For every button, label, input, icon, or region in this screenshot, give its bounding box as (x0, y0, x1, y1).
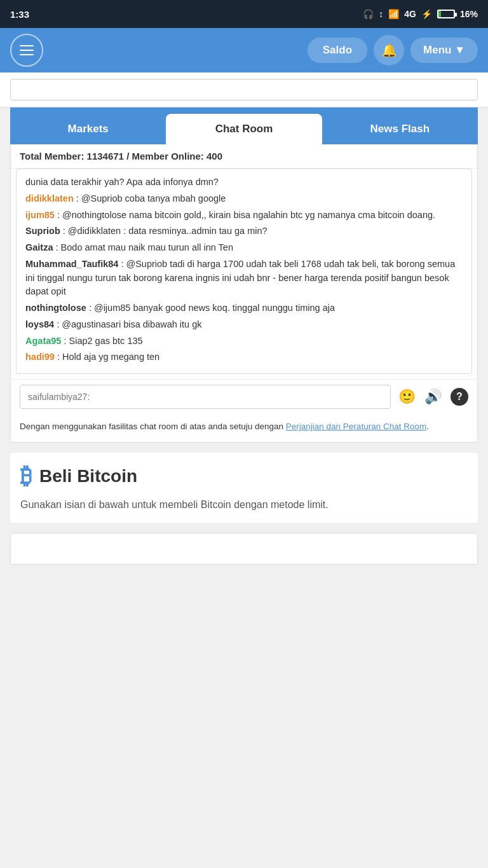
message-text: : Siap2 gas btc 135 (64, 336, 142, 346)
bars-icon: 📶 (388, 9, 399, 19)
speaker-icon[interactable]: 🔊 (424, 389, 442, 405)
message-text: : @nothingtolose nama bitcoin gold,, kir… (57, 210, 435, 220)
tab-chat-room[interactable]: Chat Room (166, 114, 322, 144)
beli-bitcoin-section: ₿ Beli Bitcoin Gunakan isian di bawah un… (10, 453, 478, 523)
list-item: nothingtolose : @ijum85 banyak good news… (25, 301, 463, 315)
network-label: 4G (404, 9, 416, 19)
message-text: : @ijum85 banyak good news koq. tinggal … (89, 303, 335, 313)
search-area (0, 72, 488, 107)
bell-icon: 🔔 (381, 43, 397, 58)
headphone-icon: 🎧 (363, 9, 374, 19)
chat-terms: Dengan menggunakan fasilitas chat room d… (11, 414, 477, 442)
username: nothingtolose (25, 303, 86, 313)
username: Muhammad_Taufik84 (25, 259, 118, 269)
bitcoin-icon: ₿ (20, 463, 32, 490)
emoji-icon[interactable]: 🙂 (398, 389, 416, 405)
help-icon[interactable]: ? (451, 388, 468, 406)
message-text: : @didikklaten : data resminya..admin ta… (63, 226, 268, 236)
hamburger-line (20, 50, 34, 51)
list-item: Gaitza : Bodo amat mau naik mau turun al… (25, 241, 463, 255)
hamburger-line (20, 45, 34, 46)
username: Gaitza (25, 242, 53, 252)
tab-markets[interactable]: Markets (10, 114, 166, 144)
chat-messages[interactable]: dunia data terakhir yah? Apa ada infonya… (16, 169, 472, 374)
notification-button[interactable]: 🔔 (374, 35, 404, 65)
chat-input[interactable] (20, 385, 391, 409)
message-text: : @agustinasari bisa dibawah itu gk (57, 319, 201, 329)
time: 1:33 (10, 9, 29, 20)
chat-input-area: 🙂 🔊 ? (11, 379, 477, 414)
menu-button[interactable]: Menu ▼ (410, 38, 478, 63)
message-text: : Bodo amat mau naik mau turun all inn T… (56, 242, 233, 252)
terms-link[interactable]: Perjanjian dan Peraturan Chat Room (286, 422, 426, 431)
battery-indicator (437, 10, 455, 18)
message-text: : Hold aja yg megang ten (57, 352, 159, 362)
member-info: Total Member: 1134671 / Member Online: 4… (11, 144, 477, 169)
list-item: hadi99 : Hold aja yg megang ten (25, 350, 463, 364)
list-item: Muhammad_Taufik84 : @Supriob tadi di har… (25, 258, 463, 299)
list-item: didikklaten : @Supriob coba tanya mbah g… (25, 192, 463, 206)
username: Supriob (25, 226, 60, 236)
chat-section: Total Member: 1134671 / Member Online: 4… (10, 144, 478, 443)
beli-description: Gunakan isian di bawah untuk membeli Bit… (20, 497, 468, 513)
status-icons: 🎧 ↕ 📶 4G ⚡ 16% (363, 9, 478, 19)
list-item: Supriob : @didikklaten : data resminya..… (25, 224, 463, 238)
status-bar: 1:33 🎧 ↕ 📶 4G ⚡ 16% (0, 0, 488, 28)
bolt-icon: ⚡ (421, 9, 432, 19)
username: didikklaten (25, 193, 74, 203)
message-text: : @Supriob coba tanya mbah google (76, 193, 226, 203)
beli-title-text: Beli Bitcoin (39, 466, 137, 486)
saldo-button[interactable]: Saldo (308, 38, 367, 63)
header-right: Saldo 🔔 Menu ▼ (308, 35, 478, 65)
username: hadi99 (25, 352, 55, 362)
list-item: loys84 : @agustinasari bisa dibawah itu … (25, 318, 463, 332)
message-text: dunia data terakhir yah? Apa ada infonya… (25, 177, 219, 187)
username: ijum85 (25, 210, 55, 220)
list-item: dunia data terakhir yah? Apa ada infonya… (25, 176, 463, 189)
header: Saldo 🔔 Menu ▼ (0, 28, 488, 72)
search-input[interactable] (10, 79, 478, 100)
hamburger-line (20, 54, 34, 55)
bottom-form-area (10, 533, 478, 565)
list-item: ijum85 : @nothingtolose nama bitcoin gol… (25, 209, 463, 223)
hamburger-button[interactable] (10, 34, 43, 67)
terms-text: Dengan menggunakan fasilitas chat room d… (20, 422, 286, 431)
chat-action-icons: 🙂 🔊 ? (398, 388, 468, 406)
tab-news-flash[interactable]: News Flash (322, 114, 478, 144)
list-item: Agata95 : Siap2 gas btc 135 (25, 334, 463, 348)
username: Agata95 (25, 336, 61, 346)
beli-title: ₿ Beli Bitcoin (20, 463, 468, 490)
terms-end: . (426, 422, 429, 431)
signal-icon: ↕ (379, 9, 383, 19)
tabs-container: Markets Chat Room News Flash (10, 107, 478, 144)
battery-percent: 16% (460, 9, 478, 19)
username: loys84 (25, 319, 54, 329)
